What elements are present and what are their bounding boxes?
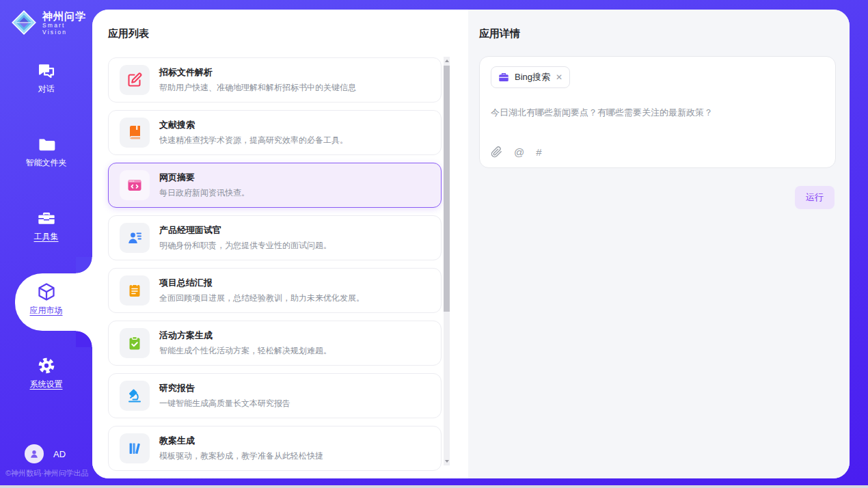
prompt-input-card[interactable]: Bing搜索 ✕ 今日湖北有哪些新闻要点？有哪些需要关注的最新政策？ @ # (479, 56, 836, 168)
app-card-8[interactable]: 教案生成 模板驱动，教案秒成，教学准备从此轻松快捷 (108, 426, 442, 471)
app-card-title: 活动方案生成 (159, 329, 331, 342)
brand-subtitle: Smart Vision (42, 22, 92, 36)
sidebar-item-2[interactable]: 智能文件夹 (0, 134, 92, 175)
app-card-desc: 帮助用户快速、准确地理解和解析招标书中的关键信息 (159, 82, 356, 94)
sidebar-item-label: 对话 (38, 83, 55, 95)
app-card-2[interactable]: 文献搜索 快速精准查找学术资源，提高研究效率的必备工具。 (108, 110, 442, 155)
scroll-down-icon[interactable] (444, 457, 450, 465)
folder-icon (37, 134, 56, 154)
scrollbar-thumb[interactable] (444, 66, 450, 312)
app-card-title: 项目总结汇报 (159, 277, 364, 289)
content-shell: 应用列表 招标文件解析 帮助用户快速、准确地理解和解析招标书中的关键信息 文献搜… (92, 10, 850, 478)
attachment-toolbar: @ # (491, 146, 542, 158)
sidebar-item-label: 工具集 (34, 231, 59, 243)
browser-code-icon (120, 170, 150, 200)
sidebar-item-4[interactable]: 应用市场 (0, 282, 92, 323)
app-card-list: 招标文件解析 帮助用户快速、准确地理解和解析招标书中的关键信息 文献搜索 快速精… (108, 57, 442, 478)
app-card-desc: 模板驱动，教案秒成，教学准备从此轻松快捷 (159, 450, 323, 462)
person-icon (28, 448, 40, 460)
scrollbar[interactable] (444, 57, 450, 465)
app-card-desc: 快速精准查找学术资源，提高研究效率的必备工具。 (159, 135, 348, 146)
sidebar-item-5[interactable]: 系统设置 (0, 355, 92, 396)
paperclip-icon[interactable] (491, 146, 502, 158)
avatar[interactable] (25, 444, 44, 463)
app-card-4[interactable]: 产品经理面试官 明确身份和职责，为您提供专业性的面试问题。 (108, 215, 442, 260)
briefcase-icon (498, 71, 510, 83)
gear-icon (37, 355, 56, 376)
books-icon (120, 433, 150, 463)
cube-icon (36, 282, 57, 302)
sidebar-item-3[interactable]: 工具集 (0, 208, 92, 249)
at-sign-icon[interactable]: @ (514, 147, 524, 157)
sidebar-item-label: 应用市场 (30, 305, 63, 316)
app-card-title: 产品经理面试官 (159, 224, 331, 236)
diamond-logo-icon (11, 10, 37, 36)
app-card-desc: 智能生成个性化活动方案，轻松解决规划难题。 (159, 345, 331, 357)
app-card-6[interactable]: 活动方案生成 智能生成个性化活动方案，轻松解决规划难题。 (108, 321, 442, 366)
interviewer-icon (120, 223, 150, 253)
hash-icon[interactable]: # (536, 147, 541, 157)
query-input[interactable]: 今日湖北有哪些新闻要点？有哪些需要关注的最新政策？ (491, 106, 824, 120)
app-card-title: 网页摘要 (159, 172, 249, 184)
app-card-5[interactable]: 项目总结汇报 全面回顾项目进展，总结经验教训，助力未来优化发展。 (108, 268, 442, 313)
chat-icon (37, 60, 56, 81)
brand-logo: 神州问学 Smart Vision (0, 0, 92, 36)
edit-document-icon (120, 65, 150, 95)
app-card-1[interactable]: 招标文件解析 帮助用户快速、准确地理解和解析招标书中的关键信息 (108, 57, 442, 103)
sidebar-nav: 对话 智能文件夹 工具集 应用市场 系统设置 (0, 60, 92, 396)
run-button[interactable]: 运行 (795, 186, 835, 209)
user-row[interactable]: AD (25, 444, 66, 463)
toolbox-icon (37, 208, 56, 228)
sidebar-item-1[interactable]: 对话 (0, 60, 92, 101)
app-list-title: 应用列表 (108, 27, 149, 40)
app-card-title: 教案生成 (159, 435, 323, 447)
clipboard-check-icon (120, 328, 150, 358)
brand-name: 神州问学 (42, 10, 92, 22)
sidebar: 神州问学 Smart Vision 对话 智能文件夹 工具集 应用市场 系统设置 (0, 0, 92, 485)
close-icon[interactable]: ✕ (555, 72, 563, 82)
app-detail-title: 应用详情 (479, 27, 520, 40)
app-card-desc: 一键智能生成高质量长文本研究报告 (159, 398, 290, 409)
book-icon (120, 118, 150, 148)
notepad-icon (120, 275, 150, 306)
app-card-desc: 每日政府新闻资讯快查。 (159, 187, 249, 199)
sidebar-item-label: 系统设置 (30, 379, 63, 390)
scroll-up-icon[interactable] (444, 57, 450, 65)
sidebar-item-label: 智能文件夹 (26, 157, 67, 169)
microscope-icon (120, 381, 150, 411)
app-card-title: 招标文件解析 (159, 66, 356, 79)
app-card-title: 研究报告 (159, 382, 290, 394)
tool-chip-bing-search[interactable]: Bing搜索 ✕ (491, 66, 570, 88)
app-card-7[interactable]: 研究报告 一键智能生成高质量长文本研究报告 (108, 373, 442, 418)
app-card-title: 文献搜索 (159, 119, 348, 131)
tool-chip-label: Bing搜索 (515, 71, 550, 83)
app-detail-panel: 应用详情 Bing搜索 ✕ 今日湖北有哪些新闻要点？有哪些需要关注的最新政策？ … (468, 10, 850, 478)
app-card-3[interactable]: 网页摘要 每日政府新闻资讯快查。 (108, 163, 442, 208)
app-card-desc: 明确身份和职责，为您提供专业性的面试问题。 (159, 240, 331, 252)
app-card-desc: 全面回顾项目进展，总结经验教训，助力未来优化发展。 (159, 293, 364, 304)
user-initials: AD (53, 449, 66, 459)
app-list-panel: 应用列表 招标文件解析 帮助用户快速、准确地理解和解析招标书中的关键信息 文献搜… (92, 10, 468, 478)
copyright-text: ©神州数码·神州问学出品 (5, 468, 89, 478)
